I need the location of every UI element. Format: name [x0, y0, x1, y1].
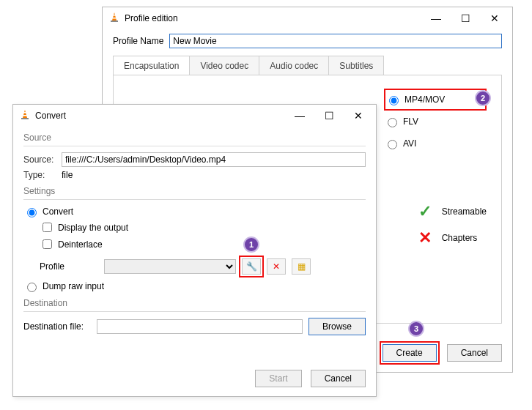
profile-name-input[interactable]: [169, 34, 502, 48]
window-title: Profile edition: [120, 13, 421, 23]
svg-rect-1: [111, 20, 118, 22]
vlc-icon: [19, 109, 31, 123]
source-label: Source:: [23, 154, 62, 165]
start-button[interactable]: Start: [255, 370, 301, 387]
delete-profile-button[interactable]: ✕: [267, 258, 286, 275]
feature-chapters-label: Chapters: [442, 233, 478, 243]
cross-icon: ✕: [418, 228, 432, 247]
callout-2: 2: [475, 90, 491, 106]
close-button[interactable]: ✕: [344, 105, 373, 126]
checkbox-deinterlace-label: Deinterlace: [58, 239, 103, 250]
checkbox-display-output[interactable]: [43, 223, 52, 232]
type-label: Type:: [23, 170, 62, 180]
minimize-button[interactable]: —: [421, 8, 451, 29]
callout-1: 1: [243, 236, 259, 253]
radio-dump-row[interactable]: Dump raw input: [23, 280, 366, 292]
delete-icon: ✕: [273, 261, 280, 272]
vlc-icon: [108, 12, 120, 26]
checkbox-deinterlace[interactable]: [43, 239, 52, 249]
svg-rect-3: [113, 18, 117, 19]
group-settings-title: Settings: [23, 186, 366, 196]
option-mp4mov-label: MP4/MOV: [404, 94, 445, 105]
option-avi-label: AVI: [403, 138, 416, 149]
radio-flv[interactable]: [388, 118, 397, 127]
edit-profile-button[interactable]: 🔧: [242, 258, 261, 275]
destination-label: Destination file:: [23, 321, 97, 332]
svg-rect-5: [21, 118, 29, 119]
profile-select[interactable]: [104, 259, 236, 274]
callout-3: 3: [408, 321, 424, 337]
maximize-button[interactable]: ☐: [314, 105, 344, 126]
destination-input[interactable]: [97, 319, 303, 334]
svg-marker-4: [23, 110, 27, 118]
tab-encapsulation[interactable]: Encapsulation: [113, 56, 190, 75]
create-button[interactable]: Create: [383, 344, 437, 362]
option-flv[interactable]: FLV: [384, 111, 487, 133]
tabs: Encapsulation Video codec Audio codec Su…: [113, 56, 502, 75]
cancel-button[interactable]: Cancel: [311, 370, 366, 387]
profile-label: Profile: [40, 261, 98, 272]
checkbox-deinterlace-row[interactable]: Deinterlace: [40, 237, 366, 251]
checkbox-display-output-label: Display the output: [58, 223, 128, 233]
source-input[interactable]: [62, 152, 366, 167]
feature-streamable: ✓ Streamable: [418, 198, 487, 225]
new-profile-button[interactable]: ▦: [292, 258, 311, 275]
feature-chapters: ✕ Chapters: [418, 225, 487, 251]
profile-name-label: Profile Name: [113, 36, 163, 46]
minimize-button[interactable]: —: [285, 105, 314, 126]
radio-dump-label: Dump raw input: [43, 281, 104, 291]
window-title: Convert: [31, 111, 285, 121]
convert-window: Convert — ☐ ✕ Source Source: Type: file …: [12, 104, 377, 397]
close-button[interactable]: ✕: [480, 8, 509, 29]
wrench-icon: 🔧: [246, 261, 257, 272]
maximize-button[interactable]: ☐: [451, 8, 480, 29]
group-source-title: Source: [23, 133, 366, 143]
group-destination-title: Destination: [23, 298, 366, 308]
svg-marker-0: [112, 12, 117, 20]
radio-avi[interactable]: [388, 140, 397, 149]
option-avi[interactable]: AVI: [384, 133, 487, 154]
tab-video-codec[interactable]: Video codec: [189, 56, 259, 75]
svg-rect-7: [23, 115, 27, 116]
option-mp4mov[interactable]: MP4/MOV: [384, 89, 487, 111]
svg-rect-6: [23, 112, 26, 113]
option-flv-label: FLV: [403, 116, 418, 127]
radio-convert[interactable]: [27, 208, 37, 217]
titlebar: Convert — ☐ ✕: [13, 105, 376, 127]
titlebar: Profile edition — ☐ ✕: [103, 7, 512, 29]
radio-mp4mov[interactable]: [389, 96, 399, 105]
radio-convert-label: Convert: [43, 206, 73, 217]
checkbox-display-output-row[interactable]: Display the output: [40, 220, 366, 234]
new-icon: ▦: [298, 261, 306, 272]
browse-button[interactable]: Browse: [309, 318, 366, 335]
check-icon: ✓: [418, 202, 432, 221]
tab-audio-codec[interactable]: Audio codec: [259, 56, 329, 75]
type-value: file: [62, 170, 73, 180]
radio-convert-row[interactable]: Convert: [23, 206, 366, 217]
feature-streamable-label: Streamable: [442, 206, 487, 217]
tab-subtitles[interactable]: Subtitles: [328, 56, 384, 75]
svg-rect-2: [113, 15, 116, 16]
cancel-button[interactable]: Cancel: [447, 344, 502, 362]
radio-dump[interactable]: [27, 283, 37, 292]
